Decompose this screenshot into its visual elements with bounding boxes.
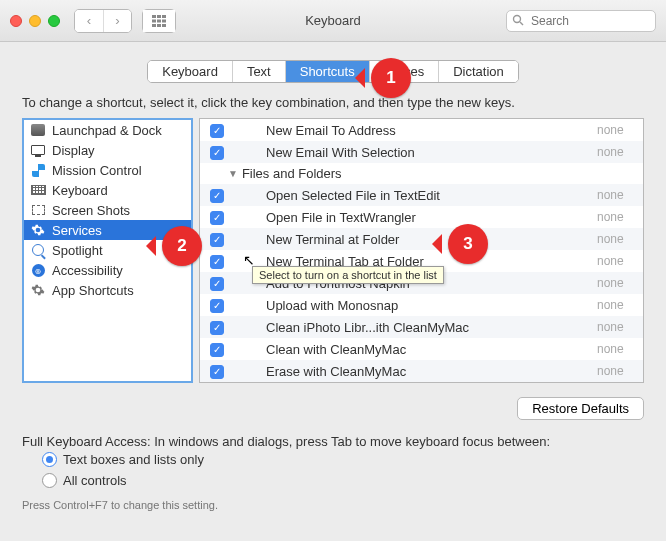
back-button[interactable]: ‹ — [75, 10, 103, 32]
shortcut-status[interactable]: none — [597, 123, 637, 137]
svg-rect-7 — [157, 24, 161, 27]
zoom-button[interactable] — [48, 15, 60, 27]
svg-rect-5 — [162, 19, 166, 22]
shortcut-status[interactable]: none — [597, 276, 637, 290]
sidebar-item-app-shortcuts[interactable]: App Shortcuts — [24, 280, 191, 300]
checkbox[interactable] — [210, 122, 224, 138]
fka-hint: Press Control+F7 to change this setting. — [0, 491, 666, 519]
checkbox[interactable] — [210, 231, 224, 247]
checkbox[interactable] — [210, 297, 224, 313]
app-shortcuts-icon — [30, 282, 46, 298]
spotlight-icon — [30, 242, 46, 258]
svg-rect-2 — [162, 15, 166, 18]
restore-row: Restore Defaults — [0, 383, 666, 428]
checkbox[interactable] — [210, 275, 224, 291]
keyboard-icon — [30, 182, 46, 198]
titlebar: ‹ › Keyboard — [0, 0, 666, 42]
service-label: Clean iPhoto Libr...ith CleanMyMac — [266, 320, 597, 335]
checkbox[interactable] — [210, 363, 224, 379]
sidebar-item-label: Accessibility — [52, 263, 123, 278]
svg-point-9 — [514, 15, 521, 22]
svg-rect-3 — [152, 19, 156, 22]
fka-option-all-controls[interactable]: All controls — [0, 470, 666, 491]
service-row[interactable]: New Terminal at Foldernone — [200, 228, 643, 250]
fka-option-textboxes[interactable]: Text boxes and lists only — [0, 449, 666, 470]
window-controls — [10, 15, 60, 27]
sidebar-item-accessibility[interactable]: ๏ Accessibility — [24, 260, 191, 280]
shortcut-status[interactable]: none — [597, 254, 637, 268]
svg-rect-8 — [162, 24, 166, 27]
service-label: Upload with Monosnap — [266, 298, 597, 313]
restore-defaults-button[interactable]: Restore Defaults — [517, 397, 644, 420]
panes: Launchpad & Dock Display Mission Control… — [0, 118, 666, 383]
sidebar-item-label: Keyboard — [52, 183, 108, 198]
shortcut-status[interactable]: none — [597, 210, 637, 224]
sidebar-item-screen-shots[interactable]: Screen Shots — [24, 200, 191, 220]
close-button[interactable] — [10, 15, 22, 27]
svg-rect-6 — [152, 24, 156, 27]
service-row[interactable]: Erase with CleanMyMacnone — [200, 360, 643, 382]
shortcut-status[interactable]: none — [597, 342, 637, 356]
accessibility-icon: ๏ — [30, 262, 46, 278]
sidebar-item-launchpad[interactable]: Launchpad & Dock — [24, 120, 191, 140]
checkbox[interactable] — [210, 144, 224, 160]
service-row[interactable]: New Email To Addressnone — [200, 119, 643, 141]
disclosure-triangle-icon[interactable]: ▼ — [228, 168, 238, 179]
tab-text[interactable]: Text — [232, 61, 285, 82]
sidebar-item-label: Spotlight — [52, 243, 103, 258]
sidebar-item-keyboard[interactable]: Keyboard — [24, 180, 191, 200]
window-title: Keyboard — [305, 13, 361, 28]
svg-rect-4 — [157, 19, 161, 22]
sidebar-item-label: Screen Shots — [52, 203, 130, 218]
shortcut-status[interactable]: none — [597, 298, 637, 312]
radio-label: Text boxes and lists only — [63, 452, 204, 467]
service-row[interactable]: Clean iPhoto Libr...ith CleanMyMacnone — [200, 316, 643, 338]
show-all-button[interactable] — [143, 10, 175, 32]
checkbox[interactable] — [210, 209, 224, 225]
shortcut-status[interactable]: none — [597, 364, 637, 378]
service-row[interactable]: Open File in TextWranglernone — [200, 206, 643, 228]
checkbox[interactable] — [210, 187, 224, 203]
shortcut-status[interactable]: none — [597, 232, 637, 246]
checkbox[interactable] — [210, 319, 224, 335]
radio-button[interactable] — [42, 452, 57, 467]
forward-button[interactable]: › — [103, 10, 131, 32]
sidebar-item-display[interactable]: Display — [24, 140, 191, 160]
gear-icon — [30, 222, 46, 238]
annotation-callout-3: 3 — [448, 224, 488, 264]
grid-icon — [152, 15, 166, 27]
sidebar-item-mission-control[interactable]: Mission Control — [24, 160, 191, 180]
service-label: New Email With Selection — [266, 145, 597, 160]
service-row[interactable]: Open Selected File in TextEditnone — [200, 184, 643, 206]
minimize-button[interactable] — [29, 15, 41, 27]
launchpad-icon — [30, 122, 46, 138]
checkbox[interactable] — [210, 253, 224, 269]
instruction-text: To change a shortcut, select it, click t… — [0, 91, 666, 118]
shortcut-status[interactable]: none — [597, 188, 637, 202]
preference-tabs: Keyboard Text Shortcuts rces Dictation — [147, 60, 519, 83]
service-row[interactable]: Clean with CleanMyMacnone — [200, 338, 643, 360]
tab-dictation[interactable]: Dictation — [438, 61, 518, 82]
tooltip: Select to turn on a shortcut in the list — [252, 266, 444, 284]
checkbox[interactable] — [210, 341, 224, 357]
shortcut-status[interactable]: none — [597, 320, 637, 334]
service-row[interactable]: Upload with Monosnapnone — [200, 294, 643, 316]
service-label: Open Selected File in TextEdit — [266, 188, 597, 203]
service-row[interactable]: New Email With Selectionnone — [200, 141, 643, 163]
service-group-header[interactable]: ▼Files and Folders — [200, 163, 643, 184]
service-label: Open File in TextWrangler — [266, 210, 597, 225]
sidebar-item-label: Mission Control — [52, 163, 142, 178]
radio-button[interactable] — [42, 473, 57, 488]
annotation-callout-1: 1 — [371, 58, 411, 98]
annotation-callout-2: 2 — [162, 226, 202, 266]
search-input[interactable] — [506, 10, 656, 32]
svg-rect-0 — [152, 15, 156, 18]
sidebar-item-label: App Shortcuts — [52, 283, 134, 298]
radio-label: All controls — [63, 473, 127, 488]
tab-bar-row: Keyboard Text Shortcuts rces Dictation — [0, 42, 666, 91]
tab-keyboard[interactable]: Keyboard — [148, 61, 232, 82]
nav-buttons: ‹ › — [74, 9, 132, 33]
shortcuts-list[interactable]: New Email To AddressnoneNew Email With S… — [199, 118, 644, 383]
search-wrap — [506, 10, 656, 32]
shortcut-status[interactable]: none — [597, 145, 637, 159]
